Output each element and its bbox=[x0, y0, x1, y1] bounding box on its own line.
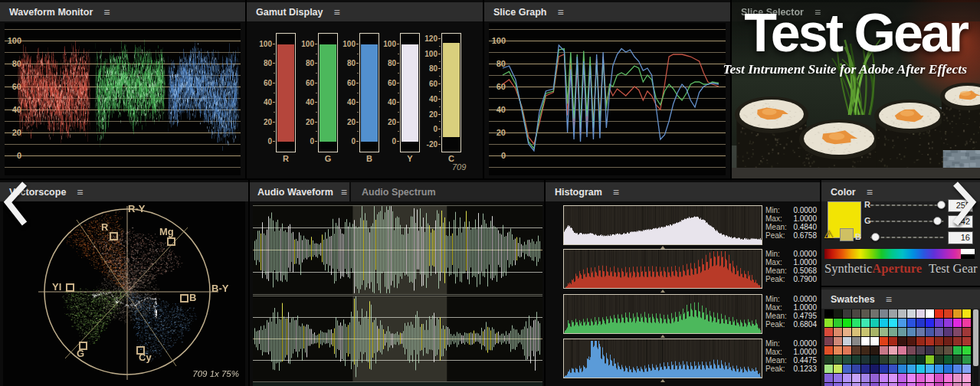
swatch-cell[interactable] bbox=[944, 337, 952, 345]
swatch-cell[interactable] bbox=[861, 383, 870, 386]
swatch-cell[interactable] bbox=[953, 337, 962, 345]
swatch-cell[interactable] bbox=[834, 365, 842, 373]
swatch-cell[interactable] bbox=[880, 365, 888, 373]
swatch-cell[interactable] bbox=[824, 337, 833, 345]
swatch-cell[interactable] bbox=[916, 374, 925, 382]
swatch-cell[interactable] bbox=[907, 374, 916, 382]
panel-menu-icon[interactable]: ≡ bbox=[341, 187, 347, 198]
swatch-cell[interactable] bbox=[870, 328, 879, 336]
swatch-cell[interactable] bbox=[944, 374, 952, 382]
swatch-cell[interactable] bbox=[926, 328, 934, 336]
swatch-cell[interactable] bbox=[953, 365, 962, 373]
swatch-cell[interactable] bbox=[898, 383, 906, 386]
swatch-cell[interactable] bbox=[898, 365, 906, 373]
swatch-cell[interactable] bbox=[889, 355, 897, 364]
swatch-cell[interactable] bbox=[953, 383, 962, 386]
slider-track-b[interactable] bbox=[870, 237, 944, 238]
swatch-cell[interactable] bbox=[880, 328, 888, 336]
swatch-cell[interactable] bbox=[926, 365, 934, 373]
swatch-cell[interactable] bbox=[962, 309, 971, 318]
swatch-cell[interactable] bbox=[926, 346, 934, 355]
swatch-cell[interactable] bbox=[916, 365, 925, 373]
swatch-cell[interactable] bbox=[852, 346, 860, 355]
swatch-cell[interactable] bbox=[843, 337, 851, 345]
swatch-cell[interactable] bbox=[898, 346, 906, 355]
swatch-cell[interactable] bbox=[889, 328, 897, 336]
swatch-cell[interactable] bbox=[935, 383, 943, 386]
swatch-cell[interactable] bbox=[880, 337, 888, 345]
swatch-cell[interactable] bbox=[834, 383, 842, 386]
swatch-cell[interactable] bbox=[834, 328, 842, 336]
histogram-marker[interactable] bbox=[660, 290, 665, 293]
swatch-cell[interactable] bbox=[824, 383, 833, 386]
swatch-cell[interactable] bbox=[861, 328, 870, 336]
swatch-cell[interactable] bbox=[880, 383, 888, 386]
swatch-cell[interactable] bbox=[843, 355, 851, 364]
swatch-cell[interactable] bbox=[916, 309, 925, 318]
swatch-cell[interactable] bbox=[962, 383, 971, 386]
swatch-cell[interactable] bbox=[898, 337, 906, 345]
safe-color-swatch[interactable] bbox=[840, 228, 854, 241]
swatch-cell[interactable] bbox=[962, 328, 971, 336]
swatch-cell[interactable] bbox=[834, 355, 842, 364]
swatch-cell[interactable] bbox=[926, 309, 934, 318]
swatch-cell[interactable] bbox=[935, 319, 943, 327]
swatch-cell[interactable] bbox=[861, 319, 870, 327]
swatch-cell[interactable] bbox=[907, 337, 916, 345]
swatch-cell[interactable] bbox=[926, 319, 934, 327]
swatch-cell[interactable] bbox=[962, 319, 971, 327]
swatch-cell[interactable] bbox=[843, 328, 851, 336]
swatch-cell[interactable] bbox=[889, 374, 897, 382]
swatch-cell[interactable] bbox=[861, 309, 870, 318]
swatch-cell[interactable] bbox=[880, 355, 888, 364]
swatch-cell[interactable] bbox=[824, 355, 833, 364]
swatch-cell[interactable] bbox=[907, 346, 916, 355]
swatch-cell[interactable] bbox=[935, 309, 943, 318]
swatch-cell[interactable] bbox=[907, 328, 916, 336]
swatch-cell[interactable] bbox=[935, 355, 943, 364]
swatch-cell[interactable] bbox=[843, 346, 851, 355]
swatch-cell[interactable] bbox=[926, 337, 934, 345]
swatch-cell[interactable] bbox=[852, 319, 860, 327]
swatch-cell[interactable] bbox=[916, 355, 925, 364]
tab-audio-spectrum[interactable]: Audio Spectrum bbox=[351, 182, 544, 201]
swatch-cell[interactable] bbox=[889, 337, 897, 345]
panel-menu-icon[interactable]: ≡ bbox=[886, 294, 892, 305]
swatch-cell[interactable] bbox=[824, 309, 833, 318]
swatch-cell[interactable] bbox=[861, 365, 870, 373]
swatch-cell[interactable] bbox=[889, 365, 897, 373]
swatch-cell[interactable] bbox=[935, 365, 943, 373]
slider-knob-b[interactable] bbox=[871, 233, 880, 241]
swatch-cell[interactable] bbox=[916, 337, 925, 345]
swatch-cell[interactable] bbox=[843, 365, 851, 373]
swatch-cell[interactable] bbox=[889, 383, 897, 386]
swatch-cell[interactable] bbox=[962, 355, 971, 364]
swatch-cell[interactable] bbox=[935, 374, 943, 382]
swatch-cell[interactable] bbox=[898, 319, 906, 327]
swatch-cell[interactable] bbox=[880, 374, 888, 382]
swatch-cell[interactable] bbox=[944, 383, 952, 386]
swatch-cell[interactable] bbox=[824, 365, 833, 373]
panel-menu-icon[interactable]: ≡ bbox=[867, 187, 873, 198]
swatch-cell[interactable] bbox=[889, 346, 897, 355]
swatch-cell[interactable] bbox=[907, 383, 916, 386]
swatch-cell[interactable] bbox=[843, 309, 851, 318]
histogram-marker[interactable] bbox=[660, 379, 665, 382]
swatch-cell[interactable] bbox=[824, 328, 833, 336]
swatch-cell[interactable] bbox=[852, 309, 860, 318]
swatch-cell[interactable] bbox=[824, 319, 833, 327]
swatch-cell[interactable] bbox=[953, 319, 962, 327]
next-page-arrow[interactable] bbox=[948, 179, 978, 228]
swatch-cell[interactable] bbox=[852, 365, 860, 373]
slider-knob-g[interactable] bbox=[933, 217, 942, 225]
swatch-cell[interactable] bbox=[870, 309, 879, 318]
swatch-cell[interactable] bbox=[870, 383, 879, 386]
swatch-cell[interactable] bbox=[834, 346, 842, 355]
swatch-cell[interactable] bbox=[880, 309, 888, 318]
swatch-cell[interactable] bbox=[889, 309, 897, 318]
swatch-cell[interactable] bbox=[852, 337, 860, 345]
swatch-cell[interactable] bbox=[944, 365, 952, 373]
swatch-cell[interactable] bbox=[861, 346, 870, 355]
swatch-cell[interactable] bbox=[898, 355, 906, 364]
swatch-cell[interactable] bbox=[870, 355, 879, 364]
